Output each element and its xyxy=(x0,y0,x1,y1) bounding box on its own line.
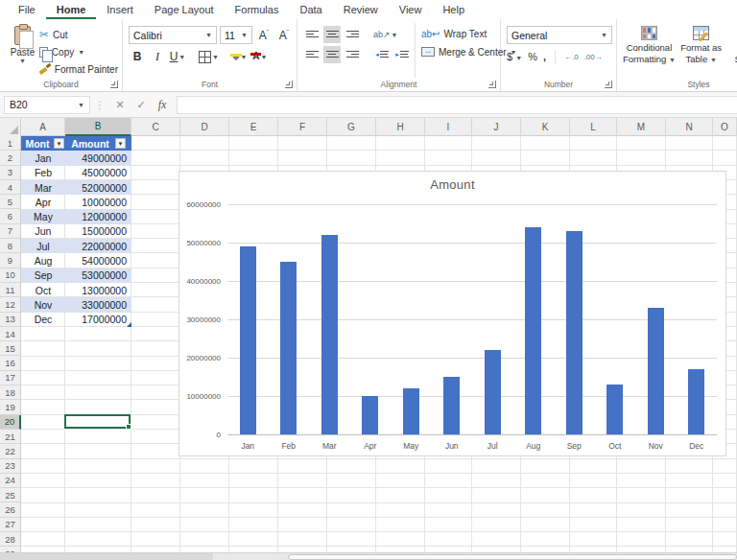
increase-indent-button[interactable]: ▸ xyxy=(393,46,411,63)
percent-style-button[interactable]: % xyxy=(528,51,537,62)
align-middle-button[interactable] xyxy=(323,26,341,43)
bar-jul[interactable] xyxy=(485,350,501,434)
copy-dropdown-icon[interactable]: ▼ xyxy=(78,49,84,56)
row-header-8[interactable]: 8 xyxy=(0,239,21,253)
format-painter-button[interactable]: Format Painter xyxy=(39,61,118,77)
bar-nov[interactable] xyxy=(648,308,664,434)
month-cell[interactable]: Sep xyxy=(21,268,65,283)
row-header-20[interactable]: 20 xyxy=(0,415,21,430)
align-center-button[interactable] xyxy=(323,46,341,63)
row-header-15[interactable]: 15 xyxy=(0,341,21,356)
filter-dropdown-icon[interactable]: ▼ xyxy=(54,138,64,149)
amount-chart[interactable]: Amount0100000002000000030000000400000005… xyxy=(178,171,726,456)
enter-icon[interactable]: ✓ xyxy=(131,99,152,111)
amount-cell[interactable]: 49000000 xyxy=(65,151,131,165)
increase-font-size-button[interactable]: Aˆ xyxy=(255,27,273,44)
row-header-25[interactable]: 25 xyxy=(0,488,21,502)
column-header-J[interactable]: J xyxy=(472,118,521,136)
row-header-6[interactable]: 6 xyxy=(0,209,21,223)
bar-jun[interactable] xyxy=(443,377,460,434)
decrease-indent-button[interactable]: ◂ xyxy=(373,46,391,63)
row-header-5[interactable]: 5 xyxy=(0,195,21,209)
decrease-decimal-button[interactable]: .00→ xyxy=(584,53,603,61)
month-cell[interactable]: Feb xyxy=(21,166,65,180)
column-header-G[interactable]: G xyxy=(327,118,376,136)
bar-dec[interactable] xyxy=(688,369,704,434)
cut-button[interactable]: ✂ Cut xyxy=(39,27,118,42)
paste-button[interactable]: Paste ▼ xyxy=(6,23,39,78)
bar-mar[interactable] xyxy=(321,235,338,434)
increase-decimal-button[interactable]: ←.0 xyxy=(564,53,579,61)
month-cell[interactable]: Mar xyxy=(21,180,65,195)
ribbon-tab-formulas[interactable]: Formulas xyxy=(225,1,290,19)
month-cell[interactable]: Jul xyxy=(21,239,65,253)
ribbon-tab-data[interactable]: Data xyxy=(289,1,332,19)
scrollbar-thumb[interactable] xyxy=(288,554,737,560)
format-as-table-button[interactable]: Format asTable ▼ xyxy=(676,23,726,78)
bar-may[interactable] xyxy=(403,388,419,434)
amount-cell[interactable]: 45000000 xyxy=(65,166,131,180)
row-header-16[interactable]: 16 xyxy=(0,356,21,370)
align-right-button[interactable] xyxy=(344,46,361,63)
ribbon-tab-review[interactable]: Review xyxy=(333,1,389,19)
conditional-formatting-button[interactable]: ConditionalFormatting ▼ xyxy=(623,23,676,78)
amount-cell[interactable]: 13000000 xyxy=(65,283,131,297)
ribbon-tab-help[interactable]: Help xyxy=(432,1,475,19)
chart-title[interactable]: Amount xyxy=(179,177,725,192)
row-header-14[interactable]: 14 xyxy=(0,327,21,341)
bar-apr[interactable] xyxy=(362,396,378,434)
underline-button[interactable]: U▼ xyxy=(169,48,186,65)
name-box-dropdown-icon[interactable]: ▼ xyxy=(78,102,84,108)
row-header-4[interactable]: 4 xyxy=(0,180,21,195)
column-header-O[interactable]: O xyxy=(713,118,737,136)
row-header-11[interactable]: 11 xyxy=(0,283,21,297)
table-resize-handle[interactable] xyxy=(127,322,131,327)
row-header-12[interactable]: 12 xyxy=(0,297,21,312)
column-header-D[interactable]: D xyxy=(180,118,229,136)
row-header-19[interactable]: 19 xyxy=(0,400,21,414)
column-header-L[interactable]: L xyxy=(570,118,617,136)
align-bottom-button[interactable] xyxy=(344,26,361,43)
comma-style-button[interactable]: , xyxy=(543,51,546,62)
column-header-F[interactable]: F xyxy=(278,118,327,136)
month-cell[interactable]: Jun xyxy=(21,224,65,239)
column-header-N[interactable]: N xyxy=(666,118,713,136)
row-header-26[interactable]: 26 xyxy=(0,502,21,517)
column-header-C[interactable]: C xyxy=(131,118,180,136)
row-header-22[interactable]: 22 xyxy=(0,444,21,458)
row-header-7[interactable]: 7 xyxy=(0,224,21,239)
bar-aug[interactable] xyxy=(525,227,541,434)
ribbon-tab-insert[interactable]: Insert xyxy=(96,1,144,19)
row-header-23[interactable]: 23 xyxy=(0,459,21,474)
sheet-grid[interactable]: 1234567891011121314151617181920212223242… xyxy=(0,136,737,552)
row-header-27[interactable]: 27 xyxy=(0,518,21,532)
amount-cell[interactable]: 53000000 xyxy=(65,268,131,283)
amount-cell[interactable]: 17000000 xyxy=(65,313,131,327)
name-box[interactable]: B20 ▼ xyxy=(4,96,90,114)
bar-jan[interactable] xyxy=(240,246,256,434)
month-cell[interactable]: Apr xyxy=(21,195,65,209)
row-header-9[interactable]: 9 xyxy=(0,253,21,268)
bar-sep[interactable] xyxy=(566,231,582,434)
column-header-A[interactable]: A xyxy=(21,118,65,136)
row-header-3[interactable]: 3 xyxy=(0,166,21,180)
amount-cell[interactable]: 33000000 xyxy=(65,297,131,312)
select-all-corner[interactable] xyxy=(0,118,21,136)
font-name-select[interactable]: Calibri▼ xyxy=(129,26,217,44)
row-header-13[interactable]: 13 xyxy=(0,313,21,327)
insert-function-icon[interactable]: fx xyxy=(152,98,173,112)
font-color-button[interactable]: A▼ xyxy=(251,48,269,65)
month-cell[interactable]: Aug xyxy=(21,253,65,268)
fill-color-button[interactable]: ◆▼ xyxy=(231,48,249,65)
amount-cell[interactable]: 22000000 xyxy=(65,239,131,253)
bar-feb[interactable] xyxy=(280,262,297,434)
column-header-K[interactable]: K xyxy=(521,118,570,136)
number-format-select[interactable]: General▼ xyxy=(507,26,612,44)
cell-styles-button[interactable]: CellStyles ▼ xyxy=(726,23,737,78)
number-dialog-launcher[interactable] xyxy=(605,81,612,88)
amount-cell[interactable]: 52000000 xyxy=(65,180,131,195)
month-cell[interactable]: May xyxy=(21,209,65,223)
bar-oct[interactable] xyxy=(606,385,623,434)
ribbon-tab-view[interactable]: View xyxy=(389,1,433,19)
month-cell[interactable]: Oct xyxy=(21,283,65,297)
